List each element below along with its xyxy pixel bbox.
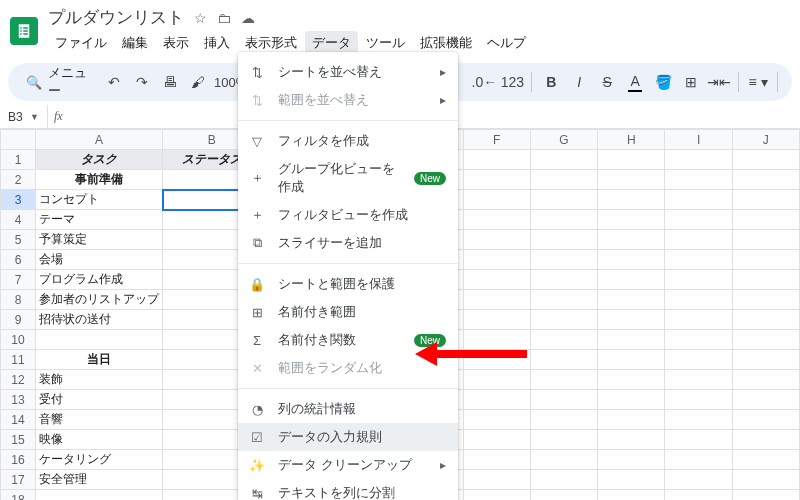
cell-I5[interactable] — [665, 230, 732, 250]
menu-named-ranges[interactable]: ⊞名前付き範囲 — [238, 298, 458, 326]
cell-F6[interactable] — [463, 250, 530, 270]
cell-I17[interactable] — [665, 470, 732, 490]
more-formats-button[interactable]: 123 — [499, 69, 525, 95]
cell-I10[interactable] — [665, 330, 732, 350]
cell-I11[interactable] — [665, 350, 732, 370]
cell-A4[interactable]: テーマ — [36, 210, 163, 230]
cell-H1[interactable] — [598, 150, 665, 170]
row-header-14[interactable]: 14 — [1, 410, 36, 430]
cell-J14[interactable] — [732, 410, 799, 430]
cell-I8[interactable] — [665, 290, 732, 310]
cell-G4[interactable] — [530, 210, 597, 230]
row-header-6[interactable]: 6 — [1, 250, 36, 270]
doc-title[interactable]: プルダウンリスト — [48, 6, 184, 29]
star-icon[interactable]: ☆ — [194, 10, 207, 26]
cell-A3[interactable]: コンセプト — [36, 190, 163, 210]
cell-G7[interactable] — [530, 270, 597, 290]
cell-F14[interactable] — [463, 410, 530, 430]
menu-file[interactable]: ファイル — [48, 31, 114, 55]
cloud-icon[interactable]: ☁ — [241, 10, 255, 26]
cell-H16[interactable] — [598, 450, 665, 470]
menu-insert[interactable]: 挿入 — [197, 31, 237, 55]
cell-A17[interactable]: 安全管理 — [36, 470, 163, 490]
row-header-4[interactable]: 4 — [1, 210, 36, 230]
cell-G13[interactable] — [530, 390, 597, 410]
row-header-10[interactable]: 10 — [1, 330, 36, 350]
cell-H9[interactable] — [598, 310, 665, 330]
cell-A5[interactable]: 予算策定 — [36, 230, 163, 250]
cell-A7[interactable]: プログラム作成 — [36, 270, 163, 290]
col-header-I[interactable]: I — [665, 130, 732, 150]
cell-F8[interactable] — [463, 290, 530, 310]
cell-I9[interactable] — [665, 310, 732, 330]
menu-create-filter-view[interactable]: ＋フィルタビューを作成 — [238, 201, 458, 229]
undo-button[interactable]: ↶ — [101, 69, 127, 95]
borders-button[interactable]: ⊞ — [678, 69, 704, 95]
row-header-12[interactable]: 12 — [1, 370, 36, 390]
fill-color-button[interactable]: 🪣 — [650, 69, 676, 95]
cell-A16[interactable]: ケータリング — [36, 450, 163, 470]
cell-A12[interactable]: 装飾 — [36, 370, 163, 390]
cell-A9[interactable]: 招待状の送付 — [36, 310, 163, 330]
sheets-logo[interactable] — [10, 17, 38, 45]
cell-A15[interactable]: 映像 — [36, 430, 163, 450]
redo-button[interactable]: ↷ — [129, 69, 155, 95]
cell-F7[interactable] — [463, 270, 530, 290]
cell-G1[interactable] — [530, 150, 597, 170]
strikethrough-button[interactable]: S — [594, 69, 620, 95]
cell-H13[interactable] — [598, 390, 665, 410]
cell-H6[interactable] — [598, 250, 665, 270]
cell-H17[interactable] — [598, 470, 665, 490]
menu-sort-sheet[interactable]: ⇅シートを並べ替え▸ — [238, 58, 458, 86]
col-header-H[interactable]: H — [598, 130, 665, 150]
cell-H11[interactable] — [598, 350, 665, 370]
cell-J13[interactable] — [732, 390, 799, 410]
row-header-9[interactable]: 9 — [1, 310, 36, 330]
cell-J1[interactable] — [732, 150, 799, 170]
row-header-1[interactable]: 1 — [1, 150, 36, 170]
decrease-decimal-button[interactable]: .0← — [471, 69, 497, 95]
cell-A18[interactable] — [36, 490, 163, 501]
cell-G2[interactable] — [530, 170, 597, 190]
cell-J6[interactable] — [732, 250, 799, 270]
row-header-13[interactable]: 13 — [1, 390, 36, 410]
cell-G9[interactable] — [530, 310, 597, 330]
cell-F1[interactable] — [463, 150, 530, 170]
cell-F5[interactable] — [463, 230, 530, 250]
cell-J11[interactable] — [732, 350, 799, 370]
merge-button[interactable]: ⇥⇤ — [706, 69, 732, 95]
cell-I7[interactable] — [665, 270, 732, 290]
cell-J9[interactable] — [732, 310, 799, 330]
menu-protect[interactable]: 🔒シートと範囲を保護 — [238, 270, 458, 298]
col-header-F[interactable]: F — [463, 130, 530, 150]
cell-H2[interactable] — [598, 170, 665, 190]
cell-J10[interactable] — [732, 330, 799, 350]
cell-J2[interactable] — [732, 170, 799, 190]
cell-H7[interactable] — [598, 270, 665, 290]
menu-data-cleanup[interactable]: ✨データ クリーンアップ▸ — [238, 451, 458, 479]
cell-H14[interactable] — [598, 410, 665, 430]
cell-G16[interactable] — [530, 450, 597, 470]
cell-H12[interactable] — [598, 370, 665, 390]
print-button[interactable]: 🖶 — [157, 69, 183, 95]
row-header-11[interactable]: 11 — [1, 350, 36, 370]
menu-edit[interactable]: 編集 — [115, 31, 155, 55]
cell-A1[interactable]: タスク — [36, 150, 163, 170]
cell-J16[interactable] — [732, 450, 799, 470]
menu-search[interactable]: 🔍 メニュー — [18, 64, 99, 100]
cell-I14[interactable] — [665, 410, 732, 430]
row-header-7[interactable]: 7 — [1, 270, 36, 290]
cell-G11[interactable] — [530, 350, 597, 370]
cell-J5[interactable] — [732, 230, 799, 250]
cell-J7[interactable] — [732, 270, 799, 290]
cell-F13[interactable] — [463, 390, 530, 410]
menu-column-stats[interactable]: ◔列の統計情報 — [238, 395, 458, 423]
cell-F4[interactable] — [463, 210, 530, 230]
cell-I13[interactable] — [665, 390, 732, 410]
row-header-15[interactable]: 15 — [1, 430, 36, 450]
cell-G15[interactable] — [530, 430, 597, 450]
cell-J4[interactable] — [732, 210, 799, 230]
row-header-17[interactable]: 17 — [1, 470, 36, 490]
bold-button[interactable]: B — [538, 69, 564, 95]
col-header-J[interactable]: J — [732, 130, 799, 150]
